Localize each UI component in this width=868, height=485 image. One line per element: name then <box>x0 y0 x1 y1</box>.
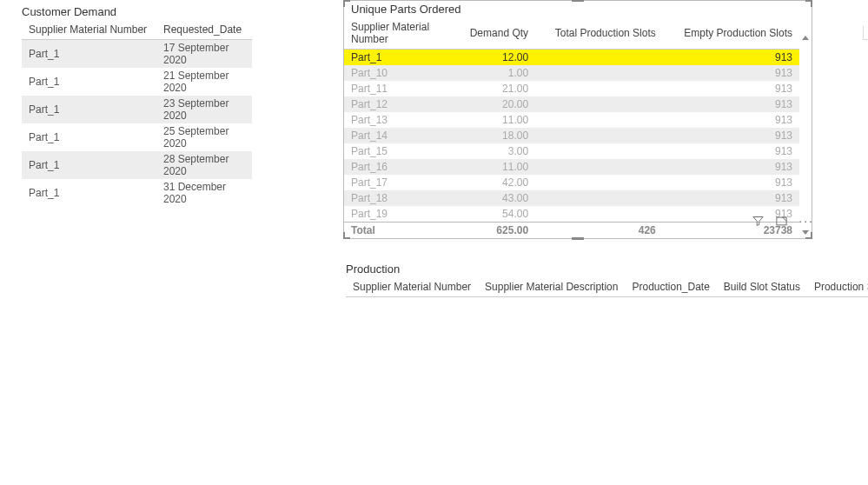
table-row[interactable]: Part_1954.00913 <box>344 206 799 223</box>
scrollbar[interactable] <box>801 36 810 235</box>
table-row[interactable]: Part_112.00913 <box>344 50 799 66</box>
col-header[interactable]: Supplier Material Number <box>344 17 462 50</box>
cell-material: Part_1 <box>22 96 156 123</box>
scroll-down-icon[interactable] <box>802 230 809 235</box>
col-header[interactable]: Requested_Date <box>156 20 252 40</box>
cell-material: Part_1 <box>22 123 156 151</box>
table-row[interactable]: Part_1220.00913 <box>344 96 799 112</box>
more-options-icon[interactable]: ··· <box>798 214 814 228</box>
production-table[interactable]: Supplier Material Number Supplier Materi… <box>346 277 868 297</box>
cell-date: 21 September 2020 <box>156 68 252 96</box>
cell-material: Part_14 <box>344 128 462 143</box>
table-row[interactable]: Part_128 September 2020 <box>22 151 252 179</box>
cell-material: Part_19 <box>344 206 462 223</box>
table-row[interactable]: Part_1121.00913 <box>344 81 799 96</box>
cell-qty: 42.00 <box>462 175 535 190</box>
cell-empty-slots: 913 <box>663 81 799 96</box>
cell-material: Part_13 <box>344 112 462 128</box>
customer-demand-title: Customer Demand <box>22 3 252 20</box>
focus-mode-icon[interactable] <box>775 215 788 228</box>
cell-material: Part_12 <box>344 96 462 112</box>
cell-empty-slots: 913 <box>663 143 799 159</box>
table-row[interactable]: Part_1311.00913 <box>344 112 799 128</box>
col-header[interactable]: Empty Production Slots <box>663 17 799 50</box>
cell-date: 31 December 2020 <box>156 179 252 207</box>
cell-total-slots <box>535 112 663 128</box>
cell-material: Part_10 <box>344 65 462 81</box>
cell-qty: 43.00 <box>462 190 535 206</box>
cell-total-slots <box>535 159 663 175</box>
cell-total-slots <box>535 81 663 96</box>
table-row[interactable]: Part_125 September 2020 <box>22 123 252 151</box>
col-header[interactable]: Production_Date <box>625 277 716 297</box>
table-row[interactable]: Part_101.00913 <box>344 65 799 81</box>
page-edge-decoration <box>863 26 868 40</box>
production-title: Production <box>346 261 832 277</box>
cell-date: 28 September 2020 <box>156 151 252 179</box>
table-total-row: Total 625.00 426 23738 <box>344 223 799 239</box>
unique-parts-title: Unique Parts Ordered <box>344 1 812 17</box>
cell-qty: 1.00 <box>462 65 535 81</box>
total-label: Total <box>344 223 462 239</box>
cell-date: 23 September 2020 <box>156 96 252 123</box>
table-row[interactable]: Part_121 September 2020 <box>22 68 252 96</box>
table-row[interactable]: Part_117 September 2020 <box>22 40 252 69</box>
table-row[interactable]: Part_1742.00913 <box>344 175 799 190</box>
cell-material: Part_17 <box>344 175 462 190</box>
resize-handle[interactable] <box>805 0 812 7</box>
cell-empty-slots: 913 <box>663 159 799 175</box>
cell-material: Part_1 <box>22 40 156 69</box>
col-header[interactable]: Supplier Material Description <box>478 277 625 297</box>
col-header[interactable]: Total Production Slots <box>535 17 663 50</box>
cell-date: 17 September 2020 <box>156 40 252 69</box>
cell-qty: 54.00 <box>462 206 535 223</box>
cell-material: Part_11 <box>344 81 462 96</box>
cell-total-slots <box>535 65 663 81</box>
cell-qty: 11.00 <box>462 159 535 175</box>
cell-total-slots <box>535 128 663 143</box>
cell-empty-slots: 913 <box>663 96 799 112</box>
unique-parts-visual[interactable]: Unique Parts Ordered Supplier Material N… <box>343 0 812 239</box>
table-row[interactable]: Part_153.00913 <box>344 143 799 159</box>
resize-handle[interactable] <box>343 0 350 7</box>
table-row[interactable]: Part_123 September 2020 <box>22 96 252 123</box>
customer-demand-table[interactable]: Supplier Material Number Requested_Date … <box>22 20 252 207</box>
cell-empty-slots: 913 <box>663 190 799 206</box>
table-row[interactable]: Part_1611.00913 <box>344 159 799 175</box>
cell-empty-slots: 913 <box>663 175 799 190</box>
cell-qty: 11.00 <box>462 112 535 128</box>
cell-empty-slots: 913 <box>663 112 799 128</box>
total-qty: 625.00 <box>462 223 535 239</box>
cell-qty: 20.00 <box>462 96 535 112</box>
total-prod-slots: 426 <box>535 223 663 239</box>
cell-total-slots <box>535 143 663 159</box>
scroll-up-icon[interactable] <box>802 36 809 40</box>
cell-qty: 21.00 <box>462 81 535 96</box>
resize-handle[interactable] <box>572 0 584 2</box>
cell-total-slots <box>535 206 663 223</box>
resize-handle[interactable] <box>343 232 350 239</box>
production-visual: Production Supplier Material Number Supp… <box>346 261 832 297</box>
cell-material: Part_1 <box>344 50 462 66</box>
col-header[interactable]: Supplier Material Number <box>346 277 478 297</box>
cell-total-slots <box>535 190 663 206</box>
col-header[interactable]: Demand Qty <box>462 17 535 50</box>
cell-material: Part_15 <box>344 143 462 159</box>
customer-demand-visual: Customer Demand Supplier Material Number… <box>22 3 252 207</box>
cell-material: Part_18 <box>344 190 462 206</box>
visual-action-bar: ··· <box>752 214 814 228</box>
filter-icon[interactable] <box>752 215 765 228</box>
svg-rect-0 <box>777 217 786 225</box>
cell-qty: 3.00 <box>462 143 535 159</box>
col-header[interactable]: Production Slot Number <box>807 277 868 297</box>
table-row[interactable]: Part_131 December 2020 <box>22 179 252 207</box>
unique-parts-table[interactable]: Supplier Material Number Demand Qty Tota… <box>344 17 799 238</box>
col-header[interactable]: Build Slot Status <box>717 277 807 297</box>
cell-material: Part_16 <box>344 159 462 175</box>
table-row[interactable]: Part_1418.00913 <box>344 128 799 143</box>
col-header[interactable]: Supplier Material Number <box>22 20 156 40</box>
cell-material: Part_1 <box>22 68 156 96</box>
cell-material: Part_1 <box>22 151 156 179</box>
table-row[interactable]: Part_1843.00913 <box>344 190 799 206</box>
resize-handle[interactable] <box>572 237 584 240</box>
